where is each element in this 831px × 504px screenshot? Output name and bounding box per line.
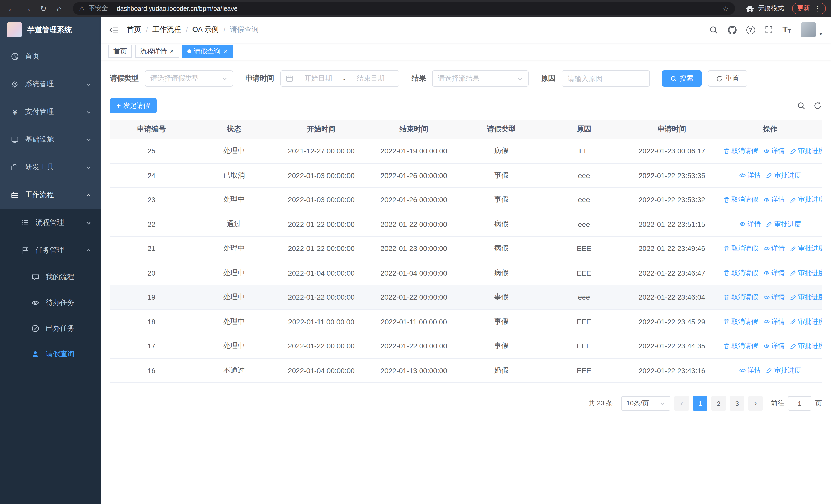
detail-link[interactable]: 详情 xyxy=(763,317,785,326)
close-icon[interactable]: × xyxy=(224,48,227,54)
table-cell: 2022-01-22 23:44:35 xyxy=(625,334,718,358)
close-icon[interactable]: × xyxy=(170,48,174,54)
sidebar-item-task-mgmt[interactable]: 任务管理 xyxy=(0,237,101,264)
reset-button[interactable]: 重置 xyxy=(708,70,747,87)
sidebar-item-todo-tasks[interactable]: 待办任务 xyxy=(0,290,101,316)
app-logo[interactable]: 芋道管理系统 xyxy=(0,17,101,42)
tag-leave-query[interactable]: 请假查询 × xyxy=(182,45,232,58)
home-icon[interactable]: ⌂ xyxy=(53,2,66,15)
approval-progress-link[interactable]: 审批进度 xyxy=(790,341,822,351)
detail-link[interactable]: 详情 xyxy=(739,219,761,229)
sidebar-item-done-tasks[interactable]: 已办任务 xyxy=(0,316,101,341)
result-select[interactable]: 请选择流结果 xyxy=(432,70,529,87)
tag-process-detail[interactable]: 流程详情 × xyxy=(135,45,179,58)
breadcrumb-item[interactable]: OA 示例 xyxy=(193,25,219,34)
active-tab-dot xyxy=(187,49,191,53)
table-cell: 2022-01-22 23:51:15 xyxy=(625,212,718,236)
reload-icon[interactable]: ↻ xyxy=(37,2,50,15)
table-cell: EEE xyxy=(543,358,625,383)
detail-link[interactable]: 详情 xyxy=(763,244,785,253)
sidebar-item-workflow[interactable]: 工作流程 xyxy=(0,181,101,209)
cancel-leave-link[interactable]: 取消请假 xyxy=(723,244,758,253)
sidebar-item-infrastructure[interactable]: 基础设施 xyxy=(0,126,101,153)
row-actions: 取消请假详情审批进度 xyxy=(719,139,822,163)
cancel-leave-link[interactable]: 取消请假 xyxy=(723,195,758,204)
table-cell: 处理中 xyxy=(193,187,275,212)
approval-progress-link[interactable]: 审批进度 xyxy=(790,293,822,302)
bookmark-star-icon[interactable]: ☆ xyxy=(722,4,729,12)
detail-link[interactable]: 详情 xyxy=(763,293,785,302)
chevron-down-icon xyxy=(86,109,91,115)
reason-input[interactable] xyxy=(562,70,650,87)
leave-type-select[interactable]: 请选择请假类型 xyxy=(145,70,233,87)
page-button-2[interactable]: 2 xyxy=(711,396,726,411)
approval-progress-link[interactable]: 审批进度 xyxy=(766,366,801,375)
cancel-leave-link[interactable]: 取消请假 xyxy=(723,146,758,155)
breadcrumb-item[interactable]: 工作流程 xyxy=(152,25,181,34)
page-button-1[interactable]: 1 xyxy=(693,396,707,411)
table-cell: EEE xyxy=(543,309,625,334)
filter-result: 结果 请选择流结果 xyxy=(412,70,529,87)
table-cell: 21 xyxy=(110,236,193,261)
incognito-icon xyxy=(745,5,754,12)
detail-link[interactable]: 详情 xyxy=(763,341,785,351)
detail-link[interactable]: 详情 xyxy=(763,268,785,277)
cancel-leave-link[interactable]: 取消请假 xyxy=(723,293,758,302)
sidebar-item-devtools[interactable]: 研发工具 xyxy=(0,153,101,181)
user-menu[interactable]: ▼ xyxy=(801,22,823,37)
caret-down-icon: ▼ xyxy=(819,32,823,36)
date-range-picker[interactable]: 开始日期 - 结束日期 xyxy=(280,70,399,87)
sidebar-item-leave-query[interactable]: 请假查询 xyxy=(0,341,101,367)
cancel-leave-link[interactable]: 取消请假 xyxy=(723,268,758,277)
detail-link[interactable]: 详情 xyxy=(739,366,761,375)
toggle-search-icon[interactable] xyxy=(797,101,805,110)
sidebar-item-process-mgmt[interactable]: 流程管理 xyxy=(0,209,101,237)
approval-progress-link[interactable]: 审批进度 xyxy=(790,146,822,155)
create-leave-button[interactable]: + 发起请假 xyxy=(110,98,156,113)
sidebar-item-home[interactable]: 首页 xyxy=(0,42,101,70)
sidebar-item-system[interactable]: 系统管理 xyxy=(0,70,101,98)
table-cell: 2022-01-22 00:00:00 xyxy=(368,212,460,236)
breadcrumb-item[interactable]: 首页 xyxy=(127,25,141,34)
table-cell: 22 xyxy=(110,212,193,236)
detail-link[interactable]: 详情 xyxy=(763,146,785,155)
back-icon[interactable]: ← xyxy=(5,2,18,15)
browser-toolbar: ← → ↻ ⌂ ⚠ 不安全 dashboard.yudao.iocoder.cn… xyxy=(0,0,831,17)
sidebar-item-payment[interactable]: ¥ 支付管理 xyxy=(0,98,101,126)
goto-page-input[interactable] xyxy=(788,396,811,411)
page-size-select[interactable]: 10条/页 xyxy=(621,396,670,411)
browser-menu-icon[interactable]: ⋮ xyxy=(814,5,821,12)
approval-progress-link[interactable]: 审批进度 xyxy=(790,195,822,204)
cancel-leave-link[interactable]: 取消请假 xyxy=(723,317,758,326)
table-cell: 17 xyxy=(110,334,193,358)
approval-progress-link[interactable]: 审批进度 xyxy=(790,268,822,277)
approval-progress-link[interactable]: 审批进度 xyxy=(766,219,801,229)
approval-progress-link[interactable]: 审批进度 xyxy=(790,317,822,326)
address-bar[interactable]: ⚠ 不安全 dashboard.yudao.iocoder.cn/bpm/oa/… xyxy=(73,2,735,15)
update-button[interactable]: 更新 ⋮ xyxy=(792,3,826,14)
row-actions: 取消请假详情审批进度 xyxy=(719,261,822,285)
prev-page-button[interactable]: ‹ xyxy=(675,396,689,411)
next-page-button[interactable]: › xyxy=(748,396,763,411)
select-placeholder: 请选择请假类型 xyxy=(150,74,199,83)
approval-progress-link[interactable]: 审批进度 xyxy=(766,171,801,180)
fullscreen-icon[interactable] xyxy=(765,26,773,34)
page-button-3[interactable]: 3 xyxy=(730,396,744,411)
refresh-icon[interactable] xyxy=(813,101,822,110)
tag-home[interactable]: 首页 xyxy=(108,45,132,58)
calendar-icon xyxy=(286,75,293,82)
detail-link[interactable]: 详情 xyxy=(739,171,761,180)
sidebar-collapse-icon[interactable] xyxy=(109,25,119,34)
detail-link[interactable]: 详情 xyxy=(763,195,785,204)
forward-icon[interactable]: → xyxy=(21,2,34,15)
row-actions: 取消请假详情审批进度 xyxy=(719,236,822,261)
sidebar-item-my-process[interactable]: 我的流程 xyxy=(0,264,101,290)
help-icon[interactable]: ? xyxy=(746,25,755,34)
approval-progress-link[interactable]: 审批进度 xyxy=(790,244,822,253)
search-button[interactable]: 搜索 xyxy=(662,70,701,87)
cancel-leave-link[interactable]: 取消请假 xyxy=(723,341,758,351)
search-icon[interactable] xyxy=(709,25,718,34)
font-size-icon[interactable]: TT xyxy=(782,26,791,34)
github-icon[interactable] xyxy=(727,25,736,34)
col-header-actions: 操作 xyxy=(719,120,822,139)
